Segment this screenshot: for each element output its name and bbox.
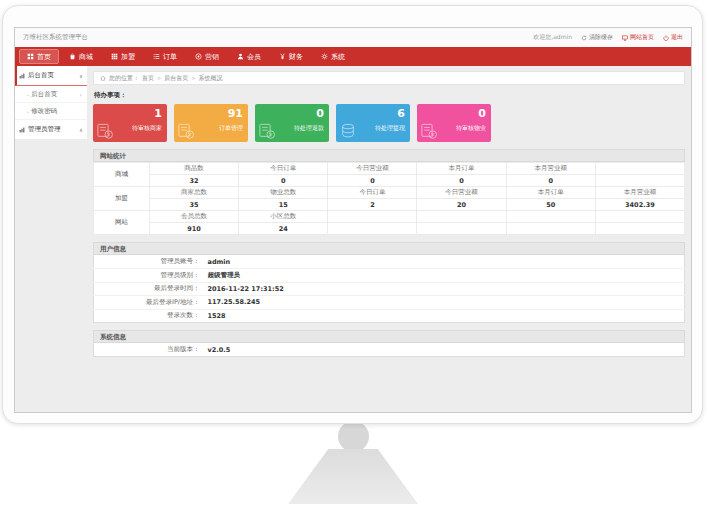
screen: 万维社区系统管理平台 欢迎您,admin 清除缓存网站首页退出 首页商城加盟订单…: [14, 27, 692, 413]
info-value: 超级管理员: [206, 269, 685, 283]
stats-group: 加盟 商家总数 物业总数 今日订单 今日营业额 本月订单 本月营业额 35 15…: [94, 187, 685, 211]
topbar-link-label: 清除缓存: [589, 33, 613, 42]
topbar-link[interactable]: 网站首页: [622, 33, 654, 42]
system-info-panel: 系统信息 当前版本： v2.0.5: [93, 330, 685, 357]
chevron-icon: ∨: [79, 73, 83, 79]
stats-panel: 网站统计 商城 商品数 今日订单 今日营业额 本月订单 本月营业额 32 0 0…: [93, 149, 685, 235]
user-info-panel: 用户信息 管理员账号： admin 管理员级别： 超级管理员 最后登录时间： 2…: [93, 242, 685, 323]
stats-value-cell: 32: [150, 175, 239, 187]
breadcrumb-separator: >: [191, 75, 195, 81]
stats-value-cell: [595, 223, 684, 235]
stats-group: 商城 商品数 今日订单 今日营业额 本月订单 本月营业额 32 0 0 0 0: [94, 163, 685, 187]
nav-item[interactable]: 订单: [145, 49, 185, 64]
info-row: 当前版本： v2.0.5: [94, 343, 685, 357]
info-row: 管理员账号： admin: [94, 255, 685, 269]
nav-item[interactable]: 会员: [229, 49, 269, 64]
stats-value-cell: 3402.39: [595, 199, 684, 211]
card-value: 6: [341, 108, 405, 120]
info-row: 管理员级别： 超级管理员: [94, 269, 685, 283]
nav-item-label: 营销: [205, 52, 219, 62]
nav-item-label: 订单: [163, 52, 177, 62]
breadcrumb-item[interactable]: 后台首页: [164, 74, 188, 83]
info-label: 最后登录时间：: [94, 282, 206, 296]
breadcrumb: 您的位置： 首页>后台首页>系统概况: [93, 71, 685, 85]
sidebar-group-header[interactable]: 后台首页 ∨: [15, 66, 87, 86]
stats-value-cell: 15: [239, 199, 328, 211]
refresh-icon: [581, 35, 587, 41]
card-label: 待处理退款: [260, 124, 324, 133]
stats-table: 商城 商品数 今日订单 今日营业额 本月订单 本月营业额 32 0 0 0 0 …: [93, 162, 685, 235]
stats-value-cell: 0: [328, 175, 417, 187]
main-area: 您的位置： 首页>后台首页>系统概况 待办事项： 1 待审核商家 91 订单管理…: [87, 66, 691, 412]
nav-item-label: 系统: [331, 52, 345, 62]
finance-icon: [279, 53, 286, 60]
stats-header-cell: 今日营业额: [328, 163, 417, 175]
stats-header-cell: 本月营业额: [506, 163, 595, 175]
nav-item[interactable]: 营销: [187, 49, 227, 64]
marketing-icon: [195, 53, 202, 60]
breadcrumb-items: 首页>后台首页>系统概况: [142, 74, 222, 83]
todo-card[interactable]: 0 待处理退款: [255, 104, 329, 142]
sidebar-item[interactable]: - 后台首页 ›: [15, 86, 87, 103]
topbar-right: 欢迎您,admin 清除缓存网站首页退出: [533, 33, 683, 42]
sidebar-item[interactable]: - 修改密码: [15, 103, 87, 120]
sidebar-group: 管理员管理 ∧: [15, 120, 87, 140]
sidebar-item-label: 后台首页: [31, 90, 57, 99]
topbar-link-label: 退出: [671, 33, 683, 42]
nav-item[interactable]: 商城: [61, 49, 101, 64]
sidebar: 后台首页 ∨ - 后台首页 › - 修改密码 管理员管理 ∧: [15, 66, 87, 412]
order-icon: [153, 53, 160, 60]
topbar-link-label: 网站首页: [630, 33, 654, 42]
franchise-icon: [111, 53, 118, 60]
stats-value-cell: [417, 223, 506, 235]
nav-item[interactable]: 系统: [313, 49, 353, 64]
info-label: 管理员级别：: [94, 269, 206, 283]
breadcrumb-item[interactable]: 系统概况: [198, 74, 222, 83]
info-row: 登录次数： 1528: [94, 309, 685, 323]
info-value: admin: [206, 255, 685, 269]
site-icon: [622, 35, 628, 41]
stats-group-name: 商城: [94, 163, 150, 187]
stats-value-cell: 2: [328, 199, 417, 211]
info-label: 当前版本：: [94, 343, 206, 357]
topbar-links: 清除缓存网站首页退出: [581, 33, 683, 42]
breadcrumb-prefix: 您的位置：: [109, 74, 139, 83]
page: 万维社区系统管理平台 欢迎您,admin 清除缓存网站首页退出 首页商城加盟订单…: [0, 0, 707, 514]
breadcrumb-item[interactable]: 首页: [142, 74, 154, 83]
sidebar-group-label: 管理员管理: [28, 125, 76, 134]
nav-item[interactable]: 首页: [19, 49, 59, 64]
todo-card[interactable]: 91 订单管理: [174, 104, 248, 142]
stats-group-name: 加盟: [94, 187, 150, 211]
nav-item-label: 加盟: [121, 52, 135, 62]
stats-value-cell: [506, 223, 595, 235]
sidebar-group-label: 后台首页: [28, 71, 76, 80]
home-icon: [27, 53, 34, 60]
system-info-table: 当前版本： v2.0.5: [93, 343, 685, 357]
info-value: 1528: [206, 309, 685, 323]
nav-item[interactable]: 财务: [271, 49, 311, 64]
nav-item-label: 财务: [289, 52, 303, 62]
stats-value-cell: 0: [506, 175, 595, 187]
sidebar-group-header[interactable]: 管理员管理 ∧: [15, 120, 87, 140]
nav-item[interactable]: 加盟: [103, 49, 143, 64]
topbar-link[interactable]: 退出: [663, 33, 683, 42]
stats-header-cell: [595, 211, 684, 223]
stats-group-name: 网站: [94, 211, 150, 235]
topbar-link[interactable]: 清除缓存: [581, 33, 613, 42]
stats-value-cell: 35: [150, 199, 239, 211]
todo-cards: 1 待审核商家 91 订单管理 0 待处理退款 6 待处理提现 0 待审核物业: [93, 104, 685, 142]
card-value: 0: [260, 108, 324, 120]
stats-header-cell: 本月订单: [506, 187, 595, 199]
house-icon: [100, 75, 106, 81]
brand-title: 万维社区系统管理平台: [23, 33, 88, 42]
todo-card[interactable]: 1 待审核商家: [93, 104, 167, 142]
info-value: 117.25.58.245: [206, 296, 685, 310]
stats-header-cell: 本月营业额: [595, 187, 684, 199]
card-label: 待审核商家: [98, 124, 162, 133]
main-nav: 首页商城加盟订单营销会员财务系统: [15, 47, 691, 66]
card-value: 1: [98, 108, 162, 120]
dash-icon: -: [27, 108, 29, 115]
chart-icon: [19, 127, 25, 133]
todo-card[interactable]: 0 待审核物业: [417, 104, 491, 142]
todo-card[interactable]: 6 待处理提现: [336, 104, 410, 142]
